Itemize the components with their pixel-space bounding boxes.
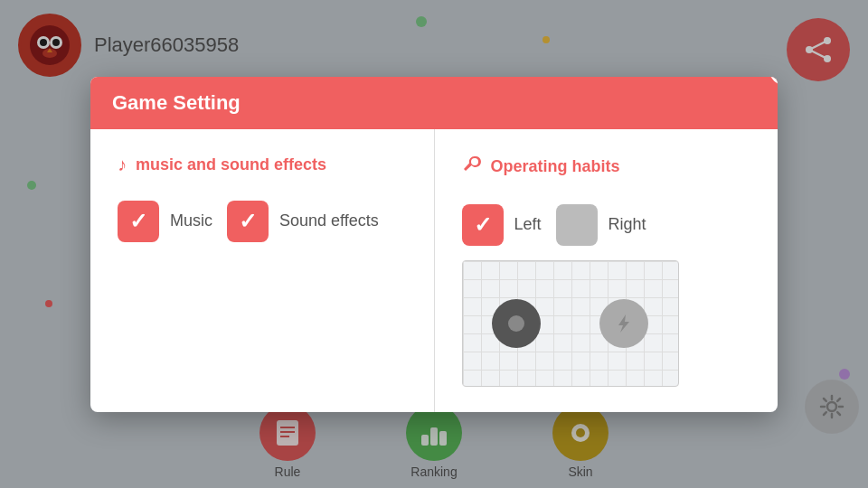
music-checkmark: ✓: [129, 209, 147, 234]
joystick-inner: [508, 315, 524, 332]
left-label: Left: [514, 215, 542, 234]
gamepad-preview: [462, 260, 679, 387]
left-hand-checkbox[interactable]: ✓: [462, 204, 504, 246]
music-label: Music: [170, 211, 212, 230]
operating-section: Operating habits ✓ Left Right: [435, 129, 778, 412]
music-checkbox[interactable]: ✓: [118, 201, 159, 242]
right-label: Right: [609, 215, 646, 234]
music-note-icon: ♪: [118, 155, 127, 175]
music-options-row: ✓ Music ✓ Sound effects: [118, 201, 407, 242]
modal-title: Game Setting: [112, 91, 241, 114]
wrench-icon-svg: [462, 155, 482, 174]
svg-marker-22: [618, 314, 629, 333]
music-section-title: ♪ music and sound effects: [118, 155, 407, 175]
music-section: ♪ music and sound effects ✓ Music ✓: [90, 129, 435, 412]
lightning-icon: [611, 311, 637, 336]
left-hand-checkmark: ✓: [474, 212, 492, 238]
right-hand-checkbox[interactable]: [556, 204, 598, 246]
left-hand-option[interactable]: ✓ Left: [462, 204, 542, 246]
sound-effects-label: Sound effects: [279, 211, 379, 230]
sound-effects-checkbox[interactable]: ✓: [227, 201, 269, 242]
modal-header: Game Setting: [90, 77, 778, 129]
modal-overlay: × Game Setting ♪ music and sound effects…: [0, 0, 868, 488]
sound-effects-option[interactable]: ✓ Sound effects: [227, 201, 379, 242]
music-option[interactable]: ✓ Music: [118, 201, 212, 242]
operating-section-title: Operating habits: [462, 155, 751, 179]
sound-effects-checkmark: ✓: [239, 209, 257, 234]
wrench-icon: [462, 155, 482, 179]
action-button: [599, 299, 648, 348]
right-hand-option[interactable]: Right: [556, 204, 646, 246]
joystick-control: [492, 299, 541, 348]
habit-options-row: ✓ Left Right: [462, 204, 751, 246]
modal-body: ♪ music and sound effects ✓ Music ✓: [90, 129, 778, 412]
game-setting-modal: × Game Setting ♪ music and sound effects…: [90, 77, 778, 412]
